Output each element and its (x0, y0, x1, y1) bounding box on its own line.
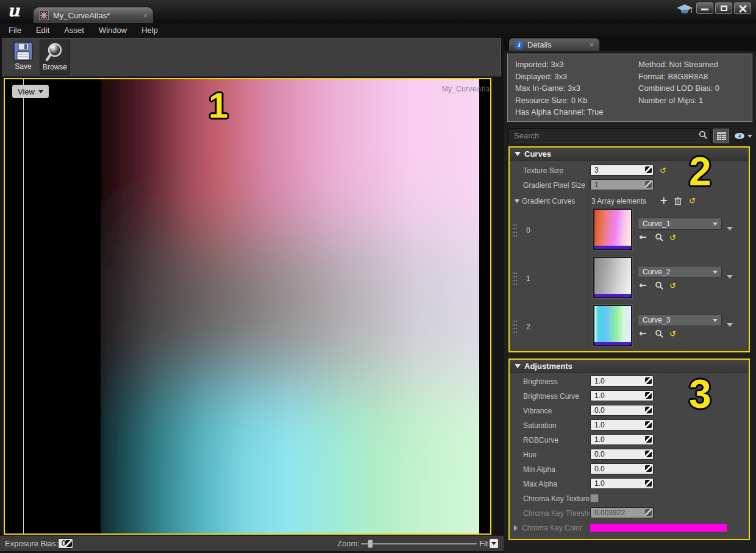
restore-button[interactable] (715, 2, 732, 14)
search-input[interactable] (508, 128, 711, 143)
curves-section-body: Texture Size 3 ↺ Gradient Pixel Size 1 G… (510, 161, 749, 351)
saturation-value: 1.0 (594, 421, 605, 429)
element-index: 2 (526, 323, 530, 331)
menu-help[interactable]: Help (141, 26, 158, 35)
asset-tab-title: My_CurveAtlas* (53, 11, 110, 20)
vibrance-input[interactable]: 0.0 (590, 405, 654, 416)
browse-to-asset-icon[interactable] (655, 281, 663, 290)
curve-asset-dropdown[interactable]: Curve_1 (638, 218, 722, 230)
expand-chevron-icon[interactable] (727, 275, 733, 279)
gradient-curve-element-0: 0 Curve_1 ← ↺ (510, 209, 749, 257)
details-tab-label: Details (527, 40, 552, 49)
curve-1-thumbnail[interactable] (593, 209, 632, 250)
fit-dropdown[interactable] (490, 539, 498, 548)
brightness-curve-value: 1.0 (594, 391, 605, 400)
brightness-label: Brightness (523, 377, 558, 386)
expand-chevron-icon[interactable] (727, 323, 733, 327)
use-selected-arrow-icon[interactable]: ← (639, 233, 647, 242)
texture-preview-viewport[interactable]: View My_CurveAtlas (4, 78, 491, 535)
menu-asset[interactable]: Asset (64, 26, 84, 35)
zoom-slider-track[interactable] (361, 543, 477, 544)
drag-spinner-icon[interactable] (645, 392, 652, 399)
tutorial-cap-icon[interactable] (677, 4, 693, 16)
rgbcurve-input[interactable]: 1.0 (590, 434, 654, 445)
texture-size-input[interactable]: 3 (590, 165, 654, 176)
curve-3-thumbnail[interactable] (593, 305, 632, 346)
toolbar: Save Browse (2, 38, 501, 77)
reset-to-default-icon[interactable]: ↺ (660, 166, 666, 174)
expand-triangle-icon[interactable] (514, 525, 518, 531)
adjustments-section-header[interactable]: Adjustments (510, 360, 749, 373)
curves-section-header[interactable]: Curves (510, 148, 749, 161)
delete-all-trash-icon[interactable] (674, 197, 682, 205)
view-dropdown-button[interactable]: View (12, 85, 49, 98)
drag-handle[interactable] (513, 271, 518, 286)
brightness-input[interactable]: 1.0 (590, 376, 654, 387)
drag-spinner-icon[interactable] (645, 421, 652, 428)
texture-size-row: Texture Size 3 ↺ (510, 163, 749, 178)
reset-to-default-icon[interactable]: ↺ (669, 234, 676, 241)
menu-window[interactable]: Window (99, 26, 127, 35)
saturation-input[interactable]: 1.0 (590, 419, 654, 430)
brightness-curve-input[interactable]: 1.0 (590, 390, 654, 401)
details-panel: i Details × Imported: 3x3 Method: Not St… (504, 37, 756, 553)
close-button[interactable] (734, 2, 751, 14)
curve-2-thumbnail[interactable] (593, 257, 632, 298)
asset-tab[interactable]: My_CurveAtlas* × (33, 7, 154, 23)
menu-edit[interactable]: Edit (36, 26, 49, 35)
drag-spinner-icon[interactable] (645, 480, 652, 487)
thumbnail-alpha-strip (594, 294, 631, 297)
drag-spinner-icon[interactable] (645, 465, 652, 472)
hue-value: 0.0 (594, 450, 605, 458)
reset-to-default-icon[interactable]: ↺ (669, 330, 676, 338)
chroma-key-threshold-row: Chroma Key Threshold 0.003922 (510, 506, 749, 521)
info-displayed: Displayed: 3x3 (515, 71, 638, 83)
reset-to-default-icon[interactable]: ↺ (689, 197, 696, 205)
chroma-key-texture-checkbox[interactable] (590, 494, 599, 502)
details-tab[interactable]: i Details × (508, 38, 600, 51)
add-element-icon[interactable]: + (660, 196, 668, 205)
drag-spinner-icon[interactable] (645, 451, 652, 457)
menu-file[interactable]: File (9, 26, 21, 35)
collapse-triangle-icon[interactable] (515, 364, 521, 368)
reset-to-default-icon[interactable]: ↺ (669, 282, 676, 290)
curve-asset-dropdown[interactable]: Curve_2 (638, 266, 722, 278)
drag-handle[interactable] (513, 319, 518, 334)
property-matrix-button[interactable] (713, 129, 729, 143)
curve-asset-dropdown[interactable]: Curve_3 (638, 314, 722, 326)
view-options-button[interactable] (732, 129, 754, 143)
use-selected-arrow-icon[interactable]: ← (639, 329, 647, 338)
details-tab-close-icon[interactable]: × (589, 41, 594, 49)
info-lod-bias: Combined LOD Bias: 0 (638, 82, 752, 95)
save-button[interactable]: Save (8, 40, 38, 75)
gradient-pixel-size-value: 1 (594, 180, 599, 189)
min-alpha-input[interactable]: 0.0 (590, 463, 654, 474)
zoom-slider-handle[interactable] (368, 540, 373, 548)
grid-icon (717, 132, 726, 140)
drag-spinner-icon[interactable] (65, 540, 72, 547)
collapse-triangle-icon[interactable] (515, 152, 521, 156)
expand-triangle-icon[interactable] (515, 199, 519, 203)
minimize-button[interactable] (696, 2, 713, 14)
drag-spinner-icon[interactable] (645, 166, 652, 173)
saturation-row: Saturation 1.0 (510, 418, 749, 433)
browse-to-asset-icon[interactable] (655, 233, 663, 241)
info-max-ingame: Max In-Game: 3x3 (515, 82, 638, 95)
tab-close-icon[interactable]: × (143, 12, 148, 20)
max-alpha-value: 1.0 (594, 479, 605, 488)
drag-spinner-icon[interactable] (645, 407, 652, 413)
exposure-bias-input[interactable]: 0 (58, 538, 73, 549)
drag-spinner-icon[interactable] (645, 436, 652, 443)
expand-chevron-icon[interactable] (727, 227, 733, 230)
hue-input[interactable]: 0.0 (590, 449, 654, 460)
drag-spinner-icon[interactable] (645, 377, 652, 384)
brightness-curve-label: Brightness Curve (523, 392, 579, 401)
save-label: Save (15, 62, 31, 71)
browse-button[interactable]: Browse (40, 40, 70, 75)
chroma-key-color-swatch[interactable] (590, 524, 727, 532)
browse-to-asset-icon[interactable] (655, 329, 663, 338)
use-selected-arrow-icon[interactable]: ← (639, 281, 647, 290)
drag-handle[interactable] (513, 223, 518, 238)
element-index: 1 (526, 274, 530, 283)
max-alpha-input[interactable]: 1.0 (590, 478, 654, 489)
